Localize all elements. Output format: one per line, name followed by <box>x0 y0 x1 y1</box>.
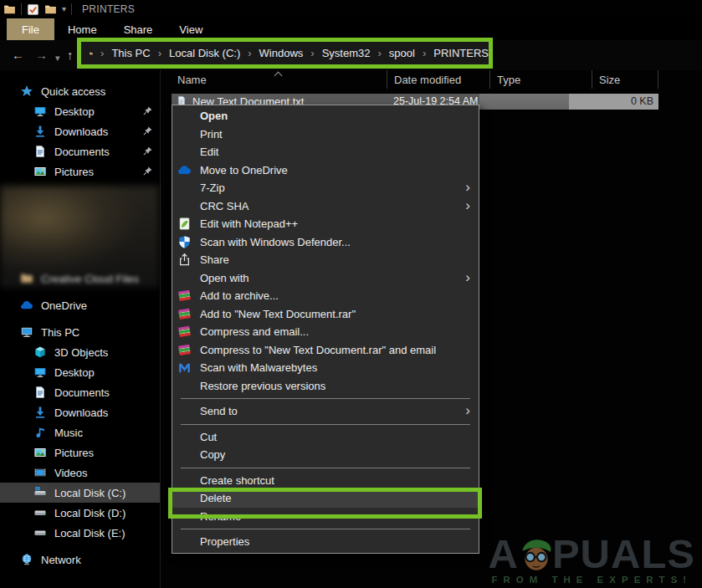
sidebar-item[interactable]: Videos <box>0 463 160 483</box>
context-menu-item-icon <box>177 289 192 303</box>
sidebar-item[interactable]: Network <box>0 550 160 570</box>
context-menu-item-label: Edit with Notepad++ <box>200 217 470 230</box>
pin-icon <box>142 125 153 136</box>
column-header-date-modified[interactable]: Date modified <box>387 70 489 89</box>
context-menu-item[interactable]: Scan with Malwarebytes <box>172 359 479 377</box>
up-arrow-icon[interactable]: ↑ <box>67 47 74 64</box>
context-menu-item-label: Properties <box>200 535 470 548</box>
context-menu-item <box>172 421 479 428</box>
context-menu-item[interactable]: Open with › <box>172 269 479 288</box>
breadcrumb-segment[interactable]: › spool <box>371 47 415 59</box>
context-menu-item[interactable]: Compress to "New Text Document.rar" and … <box>172 341 479 360</box>
back-arrow-icon[interactable]: ← <box>12 47 24 64</box>
context-menu-item-label: Send to <box>200 405 465 417</box>
context-menu-item[interactable]: 7-Zip › <box>172 179 479 197</box>
sidebar-item-icon <box>33 426 47 439</box>
breadcrumb[interactable]: › This PC › Local Disk (C:) › Windows › … <box>81 42 489 64</box>
column-header-name[interactable]: Name <box>161 70 387 89</box>
qat-new-folder-icon[interactable] <box>44 3 57 16</box>
sidebar-item[interactable]: Pictures <box>0 442 160 463</box>
watermark-mascot-icon <box>515 535 557 574</box>
context-menu-item[interactable]: Move to OneDrive <box>172 161 479 180</box>
breadcrumb-segment[interactable]: › Windows <box>240 47 303 59</box>
sidebar-item[interactable]: Local Disk (C:) <box>0 483 160 503</box>
sidebar-item-icon <box>33 125 47 138</box>
context-menu-item[interactable]: Edit <box>172 143 479 161</box>
sidebar-item-label: 3D Objects <box>54 346 108 359</box>
context-menu-item[interactable]: Properties <box>172 533 479 551</box>
sidebar-item-label: Downloads <box>54 125 108 138</box>
sidebar-item-label: Local Disk (D:) <box>54 507 126 519</box>
context-menu-item[interactable]: Share <box>172 251 479 269</box>
context-menu-item[interactable]: Send to › <box>172 402 479 421</box>
context-menu-item[interactable]: Scan with Windows Defender... <box>172 233 479 252</box>
breadcrumb-segment[interactable]: › System32 <box>303 47 370 59</box>
submenu-arrow-icon: › <box>465 403 470 417</box>
context-menu-item-label: Open <box>200 110 470 122</box>
breadcrumb-segment[interactable]: › PRINTERS <box>415 47 489 59</box>
context-menu-item-label: Open with <box>200 272 465 284</box>
sidebar-item-label: Creative Cloud Files <box>41 273 139 285</box>
context-menu-item-label: Move to OneDrive <box>200 164 470 176</box>
context-menu-item[interactable]: Add to "New Text Document.rar" <box>172 305 479 324</box>
sidebar-item-label: Network <box>41 554 81 566</box>
breadcrumb-segment-label: spool <box>389 47 415 59</box>
context-menu-item-label: Edit <box>200 146 470 158</box>
context-menu-item[interactable]: Open <box>172 107 479 125</box>
context-menu-item-label: Restore previous versions <box>200 380 470 392</box>
pin-icon <box>142 146 153 156</box>
sidebar-item-label: Local Disk (E:) <box>54 527 126 539</box>
sidebar-item[interactable]: Local Disk (E:) <box>0 523 160 543</box>
forward-arrow-icon[interactable]: → <box>35 47 48 64</box>
sidebar-item[interactable]: 3D Objects <box>0 342 160 362</box>
sidebar-item[interactable]: Creative Cloud Files <box>0 268 160 289</box>
sidebar-item-icon <box>33 526 47 539</box>
highlight-box-breadcrumb: › This PC › Local Disk (C:) › Windows › … <box>77 38 493 69</box>
column-header-type[interactable]: Type <box>489 70 592 89</box>
submenu-arrow-icon: › <box>465 270 470 284</box>
explorer-window: ▾ PRINTERS File Home Share View ← → ▾ ↑ <box>0 0 702 588</box>
sidebar-item[interactable]: Downloads <box>0 402 160 422</box>
context-menu-item[interactable]: Compress and email... <box>172 323 479 341</box>
sidebar-item[interactable]: Desktop <box>0 101 160 121</box>
sidebar-item-label: Desktop <box>54 366 95 379</box>
context-menu-item[interactable]: Add to archive... <box>172 287 479 305</box>
breadcrumb-separator-icon: › <box>378 47 382 59</box>
sidebar-item[interactable]: Documents <box>0 382 160 402</box>
context-menu-item[interactable]: Create shortcut <box>172 472 479 490</box>
context-menu-item-icon <box>177 217 192 231</box>
recent-locations-chevron-icon[interactable]: ▾ <box>55 49 60 66</box>
context-menu-item[interactable]: Restore previous versions <box>172 377 479 396</box>
breadcrumb-separator-icon: › <box>248 47 251 59</box>
qat-customize-chevron-icon[interactable]: ▾ <box>62 5 66 13</box>
sidebar-item[interactable]: Quick access <box>0 81 160 101</box>
context-menu-item <box>172 525 479 533</box>
context-menu-item[interactable]: Edit with Notepad++ <box>172 215 479 233</box>
sidebar-item[interactable]: Music <box>0 422 160 442</box>
sidebar-item-icon <box>33 145 47 158</box>
sidebar-item[interactable]: Desktop <box>0 362 160 382</box>
sidebar-item[interactable]: Local Disk (D:) <box>0 503 160 523</box>
qat-properties-icon[interactable] <box>27 3 39 16</box>
breadcrumb-segment[interactable]: › Local Disk (C:) <box>151 47 241 59</box>
context-menu-item[interactable]: Copy <box>172 446 479 464</box>
breadcrumb-segment[interactable]: › This PC <box>93 47 151 59</box>
context-menu-item[interactable]: CRC SHA › <box>172 197 479 216</box>
context-menu-item[interactable]: Cut <box>172 428 479 447</box>
sidebar-item[interactable]: OneDrive <box>0 295 160 315</box>
sidebar-item[interactable]: This PC <box>0 322 160 342</box>
ribbon-tab[interactable]: File <box>7 18 54 40</box>
context-menu-item-label: Create shortcut <box>200 474 470 487</box>
breadcrumb-segment-label: Local Disk (C:) <box>169 47 240 59</box>
sidebar-item-label: This PC <box>41 326 79 339</box>
sidebar-item[interactable]: Downloads <box>0 121 160 141</box>
sidebar-item-icon <box>33 406 47 419</box>
column-header-size[interactable]: Size <box>592 70 658 89</box>
sidebar-item[interactable]: Pictures <box>0 161 160 182</box>
sidebar-item-icon <box>33 386 47 399</box>
sidebar-item-icon <box>33 165 47 178</box>
watermark: A PUALS FROM THE EXPERTS! <box>489 535 695 585</box>
sidebar-item[interactable]: Documents <box>0 141 160 161</box>
ribbon-tab-label: File <box>22 23 39 36</box>
context-menu-item[interactable]: Print <box>172 125 479 144</box>
